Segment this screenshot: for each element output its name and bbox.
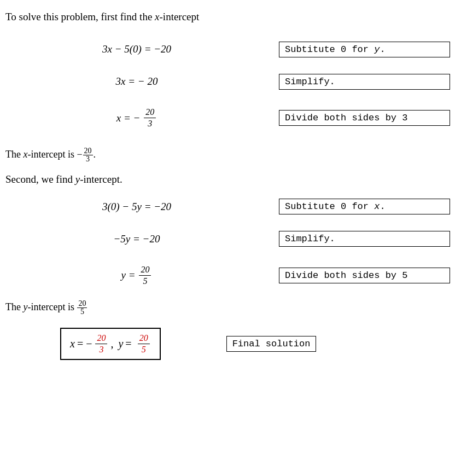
step-2-annotation: Simplify. [268, 74, 450, 90]
frac-20-5: 20 5 [139, 265, 151, 286]
final-solution-box: Final solution [226, 336, 317, 352]
final-annotation: Final solution [226, 336, 317, 352]
step-6-box: Divide both sides by 5 [279, 268, 450, 283]
step-1-annotation: Subtitute 0 for y. [268, 42, 450, 57]
step-5-annotation: Simplify. [268, 231, 450, 247]
final-frac-20-3: 20 3 [95, 333, 107, 355]
step-2-box: Simplify. [279, 74, 450, 90]
section2-intro: Second, we find y-intercept. [5, 172, 450, 188]
inline-frac-20-3: 203 [83, 147, 93, 163]
step-2: 3x = − 20 Simplify. [5, 67, 450, 97]
step-5-math: −5y = −20 [5, 233, 268, 245]
step-3-annotation: Divide both sides by 3 [268, 110, 450, 126]
step-4-annotation: Subtitute 0 for x. [268, 199, 450, 214]
step-4-math: 3(0) − 5y = −20 [5, 201, 268, 213]
step-4: 3(0) − 5y = −20 Subtitute 0 for x. [5, 191, 450, 222]
step-3: x = − 20 3 Divide both sides by 3 [5, 99, 450, 137]
inline-frac-20-5: 205 [77, 300, 87, 316]
step-3-box: Divide both sides by 3 [279, 110, 450, 126]
intro-text: To solve this problem, first find the x-… [5, 10, 450, 25]
step-1-math: 3x − 5(0) = −20 [5, 43, 268, 55]
final-frac-20-5: 20 5 [138, 333, 150, 355]
x-intercept-stmt: The x-intercept is −203. [5, 147, 450, 163]
step-5: −5y = −20 Simplify. [5, 224, 450, 254]
step-6-math: y = 20 5 [5, 265, 268, 286]
step-1: 3x − 5(0) = −20 Subtitute 0 for y. [5, 34, 450, 65]
final-block: x = − 20 3 , y = 20 5 Final solution [5, 328, 450, 360]
step-4-box: Subtitute 0 for x. [279, 199, 450, 214]
step-3-math: x = − 20 3 [5, 107, 268, 129]
step-6: y = 20 5 Divide both sides by 5 [5, 256, 450, 294]
step-5-box: Simplify. [279, 231, 450, 247]
frac-20-3: 20 3 [144, 107, 156, 129]
final-solution-expr: x = − 20 3 , y = 20 5 [60, 328, 161, 360]
y-intercept-stmt: The y-intercept is 205 [5, 300, 450, 316]
step-2-math: 3x = − 20 [5, 76, 268, 88]
step-1-box: Subtitute 0 for y. [279, 42, 450, 57]
step-6-annotation: Divide both sides by 5 [268, 268, 450, 283]
